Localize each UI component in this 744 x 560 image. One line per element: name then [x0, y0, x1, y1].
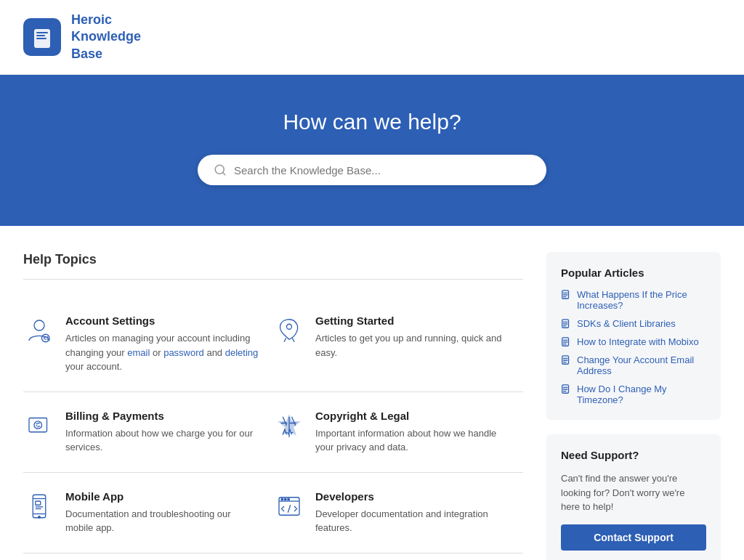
topics-row-1: Account Settings Articles on managing yo… — [23, 297, 523, 392]
main-content: Help Topics Account Settings — [0, 226, 744, 560]
article-list: What Happens If the Price Increases? SDK… — [561, 289, 706, 405]
popular-articles-box: Popular Articles What Happens If the Pri… — [546, 252, 721, 420]
svg-rect-1 — [36, 32, 48, 33]
article-item-5[interactable]: How Do I Change My Timezone? — [561, 384, 706, 405]
topic-developers[interactable]: Developers Developer documentation and i… — [273, 490, 523, 535]
doc-icon — [561, 319, 571, 329]
topic-mobile-app[interactable]: Mobile App Documentation and troubleshoo… — [23, 490, 273, 535]
topics-row-2: Billing & Payments Information about how… — [23, 392, 523, 473]
topics-section: Help Topics Account Settings — [23, 252, 523, 560]
topic-copyright-legal[interactable]: Copyright & Legal Important information … — [273, 410, 523, 455]
copyright-legal-text: Copyright & Legal Important information … — [315, 410, 509, 455]
getting-started-icon — [273, 315, 305, 346]
doc-icon — [561, 384, 571, 394]
doc-icon — [561, 290, 571, 300]
mobile-app-text: Mobile App Documentation and troubleshoo… — [65, 490, 259, 535]
svg-point-17 — [39, 516, 41, 518]
svg-point-23 — [281, 498, 283, 500]
doc-icon — [561, 355, 571, 365]
svg-line-5 — [222, 173, 225, 175]
hero-title: How can we help? — [23, 110, 721, 134]
billing-payments-text: Billing & Payments Information about how… — [65, 410, 259, 455]
copyright-legal-title: Copyright & Legal — [315, 410, 509, 422]
article-item-4[interactable]: Change Your Account Email Address — [561, 354, 706, 376]
getting-started-title: Getting Started — [315, 315, 509, 327]
svg-point-25 — [288, 498, 290, 500]
mobile-app-desc: Documentation and troubleshooting our mo… — [65, 507, 259, 535]
copyright-legal-icon — [273, 410, 305, 442]
popular-articles-title: Popular Articles — [561, 267, 706, 279]
svg-rect-3 — [36, 38, 46, 39]
account-settings-text: Account Settings Articles on managing yo… — [65, 315, 259, 374]
search-icon — [214, 163, 227, 176]
logo-icon — [23, 18, 61, 56]
search-input[interactable] — [234, 164, 530, 176]
topics-divider — [23, 279, 523, 280]
developers-text: Developers Developer documentation and i… — [315, 490, 509, 535]
svg-point-6 — [34, 320, 44, 330]
support-text: Can't find the answer you're looking for… — [561, 471, 706, 514]
article-item-2[interactable]: SDKs & Client Libraries — [561, 318, 706, 329]
svg-rect-9 — [29, 418, 47, 431]
email-link[interactable]: email — [127, 347, 150, 358]
topic-account-settings[interactable]: Account Settings Articles on managing yo… — [23, 315, 273, 374]
svg-point-10 — [34, 421, 42, 429]
svg-point-24 — [284, 498, 286, 500]
sidebar: Popular Articles What Happens If the Pri… — [546, 252, 721, 560]
topic-billing-payments[interactable]: Billing & Payments Information about how… — [23, 410, 273, 455]
doc-icon — [561, 337, 571, 347]
copyright-legal-desc: Important information about how we handl… — [315, 426, 509, 455]
header: Heroic Knowledge Base — [0, 0, 744, 75]
topic-getting-started[interactable]: Getting Started Articles to get you up a… — [273, 315, 523, 374]
deleting-link[interactable]: deleting — [225, 347, 259, 358]
search-bar — [198, 155, 546, 185]
developers-desc: Developer documentation and integration … — [315, 507, 509, 535]
password-link[interactable]: password — [163, 347, 204, 358]
developers-title: Developers — [315, 490, 509, 503]
svg-point-8 — [287, 324, 292, 329]
topics-row-3: Mobile App Documentation and troubleshoo… — [23, 473, 523, 553]
logo-text: Heroic Knowledge Base — [71, 12, 141, 62]
mobile-app-title: Mobile App — [65, 490, 259, 503]
support-title: Need Support? — [561, 449, 706, 461]
account-settings-icon — [23, 315, 55, 346]
getting-started-desc: Articles to get you up and running, quic… — [315, 331, 509, 360]
mobile-app-icon — [23, 490, 55, 522]
topics-title: Help Topics — [23, 252, 523, 267]
article-item-3[interactable]: How to Integrate with Mobixo — [561, 336, 706, 347]
billing-payments-title: Billing & Payments — [65, 410, 259, 422]
billing-payments-desc: Information about how we charge you for … — [65, 426, 259, 455]
contact-support-button[interactable]: Contact Support — [561, 524, 706, 551]
billing-payments-icon — [23, 410, 55, 442]
hero-section: How can we help? — [0, 75, 744, 226]
account-settings-desc: Articles on managing your account includ… — [65, 331, 259, 374]
getting-started-text: Getting Started Articles to get you up a… — [315, 315, 509, 360]
svg-rect-18 — [36, 501, 41, 505]
developers-icon — [273, 490, 305, 522]
need-support-box: Need Support? Can't find the answer you'… — [546, 434, 721, 560]
topics-grid: Account Settings Articles on managing yo… — [23, 297, 523, 553]
account-settings-title: Account Settings — [65, 315, 259, 327]
article-item-1[interactable]: What Happens If the Price Increases? — [561, 289, 706, 311]
svg-rect-2 — [36, 35, 45, 36]
